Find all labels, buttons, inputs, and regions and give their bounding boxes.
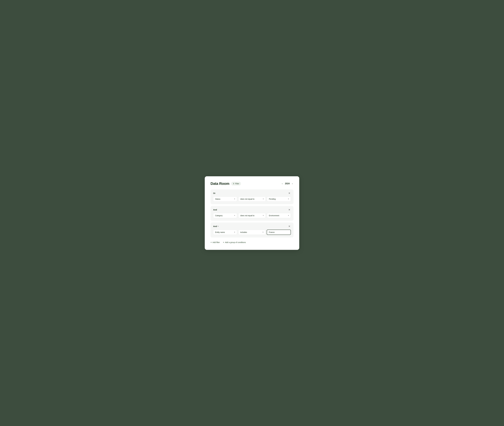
operator-chevron-icon: ▾ bbox=[263, 198, 264, 200]
filter-footer: + Add filter + Add a group of conditions bbox=[211, 241, 293, 244]
field-chevron-icon: ▾ bbox=[234, 231, 235, 233]
filter-button[interactable]: ⊻ Filter bbox=[231, 182, 241, 185]
value-select-label: Environment bbox=[269, 214, 279, 217]
value-chevron-icon: ▾ bbox=[288, 198, 289, 200]
close-icon: ✕ bbox=[288, 209, 290, 211]
remove-group-button[interactable]: ✕ bbox=[288, 192, 291, 195]
year-navigation: ‹ 2024 › bbox=[281, 182, 293, 185]
group-header: And ▾ ✕ bbox=[213, 225, 291, 228]
prev-arrow-icon: ‹ bbox=[282, 183, 283, 185]
add-filter-label: Add filter bbox=[213, 241, 220, 243]
value-text-input[interactable] bbox=[267, 230, 291, 235]
field-chevron-icon: ▾ bbox=[234, 198, 235, 200]
filter-row: Entity name ▾ includes ▾ bbox=[213, 230, 291, 235]
modal-header: Data Room ⊻ Filter ‹ 2024 › bbox=[211, 182, 293, 186]
filter-modal: Data Room ⊻ Filter ‹ 2024 › Or ✕ bbox=[205, 176, 299, 250]
add-filter-button[interactable]: + Add filter bbox=[211, 241, 220, 244]
value-select[interactable]: Environment ▾ bbox=[267, 213, 291, 218]
remove-group-button[interactable]: ✕ bbox=[288, 208, 291, 211]
close-icon: ✕ bbox=[288, 192, 290, 194]
operator-select-label: does not equal to bbox=[240, 214, 254, 217]
group-label: Or bbox=[213, 192, 215, 194]
operator-select-label: does not equal to bbox=[240, 198, 254, 200]
field-chevron-icon: ▾ bbox=[234, 215, 235, 216]
add-group-plus-icon: + bbox=[223, 241, 224, 243]
operator-select[interactable]: includes ▾ bbox=[238, 230, 266, 235]
conjunction-chevron-icon: ▾ bbox=[218, 226, 218, 227]
field-select[interactable]: Status ▾ bbox=[213, 197, 237, 201]
filter-group-1: Or ✕ Status ▾ does not equal to ▾ Pendin… bbox=[211, 189, 293, 204]
filter-group-2: And ✕ Category ▾ does not equal to ▾ Env… bbox=[211, 206, 293, 221]
next-year-button[interactable]: › bbox=[291, 182, 293, 185]
value-chevron-icon: ▾ bbox=[288, 215, 289, 216]
close-icon: ✕ bbox=[288, 225, 290, 227]
conjunction-label: And bbox=[213, 225, 217, 227]
operator-chevron-icon: ▾ bbox=[263, 231, 263, 233]
filter-row: Category ▾ does not equal to ▾ Environme… bbox=[213, 213, 291, 218]
page-title: Data Room bbox=[211, 182, 229, 186]
operator-select[interactable]: does not equal to ▾ bbox=[238, 213, 266, 218]
remove-group-button[interactable]: ✕ bbox=[288, 225, 291, 228]
value-select[interactable]: Pending ▾ bbox=[267, 197, 291, 201]
group-header: Or ✕ bbox=[213, 192, 291, 195]
filter-groups: Or ✕ Status ▾ does not equal to ▾ Pendin… bbox=[211, 189, 293, 237]
group-label: And ▾ bbox=[213, 225, 218, 227]
conjunction-label: And bbox=[213, 209, 217, 211]
operator-select[interactable]: does not equal to ▾ bbox=[238, 197, 266, 201]
filter-row: Status ▾ does not equal to ▾ Pending ▾ bbox=[213, 197, 291, 201]
operator-chevron-icon: ▾ bbox=[263, 215, 264, 216]
filter-icon: ⊻ bbox=[233, 183, 234, 185]
conjunction-dropdown[interactable]: And ▾ bbox=[213, 225, 218, 227]
field-select-label: Entity name bbox=[215, 231, 225, 233]
field-select-label: Status bbox=[215, 198, 220, 200]
group-header: And ✕ bbox=[213, 208, 291, 211]
operator-select-label: includes bbox=[240, 231, 247, 233]
field-select[interactable]: Entity name ▾ bbox=[213, 230, 237, 235]
add-group-label: Add a group of conditions bbox=[225, 241, 246, 243]
filter-group-3: And ▾ ✕ Entity name ▾ includes ▾ bbox=[211, 222, 293, 237]
next-arrow-icon: › bbox=[292, 183, 293, 185]
group-label: And bbox=[213, 209, 217, 211]
add-group-button[interactable]: + Add a group of conditions bbox=[223, 241, 246, 244]
add-filter-plus-icon: + bbox=[211, 241, 212, 243]
year-display: 2024 bbox=[285, 183, 290, 185]
header-left: Data Room ⊻ Filter bbox=[211, 182, 241, 186]
field-select[interactable]: Category ▾ bbox=[213, 213, 237, 218]
field-select-label: Category bbox=[215, 214, 223, 217]
value-select-label: Pending bbox=[269, 198, 276, 200]
prev-year-button[interactable]: ‹ bbox=[281, 182, 283, 185]
conjunction-label: Or bbox=[213, 192, 215, 194]
filter-button-label: Filter bbox=[235, 183, 239, 185]
